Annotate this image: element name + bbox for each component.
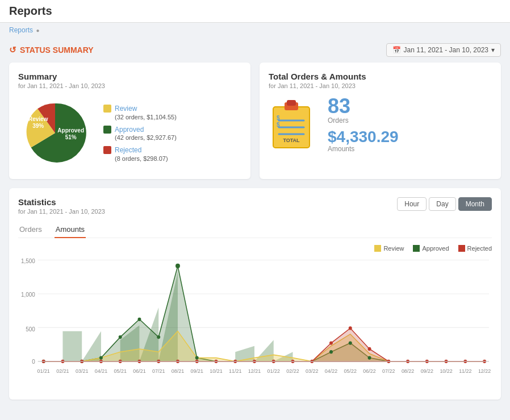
svg-text:1,500: 1,500: [21, 257, 35, 264]
svg-text:500: 500: [26, 326, 35, 332]
pie-legend: Review (32 orders, $1,104.55) Approved (…: [103, 104, 177, 162]
refresh-icon: ↺: [9, 45, 16, 55]
svg-text:$: $: [277, 122, 280, 128]
calendar-icon: 📅: [392, 46, 401, 54]
approved-dot: [368, 356, 371, 359]
total-card-subtitle: for Jan 11, 2021 - Jan 10, 2023: [269, 82, 492, 89]
tab-amounts[interactable]: Amounts: [55, 222, 86, 238]
chart-tabs: Orders Amounts: [18, 222, 492, 238]
legend-item-rejected: Rejected (8 orders, $298.07): [103, 145, 177, 162]
total-card-title: Total Orders & Amounts: [269, 72, 492, 81]
svg-text:03/22: 03/22: [306, 368, 318, 373]
summary-card: Summary for Jan 11, 2021 - Jan 10, 2023: [9, 63, 250, 179]
total-numbers: 83 Orders $4,330.29 Amounts: [328, 96, 399, 153]
day-button[interactable]: Day: [429, 197, 455, 211]
stats-title-group: Statistics for Jan 11, 2021 - Jan 10, 20…: [18, 197, 105, 215]
tab-orders[interactable]: Orders: [18, 222, 43, 238]
svg-text:05/21: 05/21: [114, 368, 127, 373]
date-range-button[interactable]: 📅 Jan 11, 2021 - Jan 10, 2023 ▾: [386, 43, 501, 57]
main-content: ↺ STATUS SUMMARY 📅 Jan 11, 2021 - Jan 10…: [0, 38, 510, 405]
cards-row: Summary for Jan 11, 2021 - Jan 10, 2023: [9, 63, 501, 179]
stats-subtitle: for Jan 11, 2021 - Jan 10, 2023: [18, 208, 105, 215]
chart-legend-approved: Approved: [413, 245, 449, 252]
svg-text:0: 0: [32, 359, 35, 365]
page-title: Reports: [9, 5, 52, 18]
svg-text:04/21: 04/21: [95, 368, 107, 373]
svg-text:07/22: 07/22: [382, 368, 395, 373]
svg-text:07/21: 07/21: [152, 368, 165, 373]
chart-rejected-swatch: [458, 245, 465, 252]
svg-text:12/22: 12/22: [478, 368, 491, 373]
pie-chart: Review 39% Approved 51%: [18, 96, 92, 170]
svg-text:08/22: 08/22: [402, 368, 414, 373]
svg-text:$: $: [277, 115, 280, 121]
rejected-swatch: [103, 146, 111, 154]
approved-swatch: [103, 126, 111, 134]
legend-review-label: Review: [115, 104, 177, 114]
statistics-card: Statistics for Jan 11, 2021 - Jan 10, 20…: [9, 188, 501, 400]
svg-text:08/21: 08/21: [172, 368, 184, 373]
svg-text:09/21: 09/21: [191, 368, 203, 373]
rejected-dot: [349, 326, 352, 330]
approved-peak-dot: [175, 264, 180, 268]
approved-dot: [329, 350, 333, 354]
legend-review-sub: (32 orders, $1,104.55): [115, 114, 177, 120]
approved-dot: [157, 335, 160, 339]
rejected-dot: [329, 341, 333, 344]
section-title: ↺ STATUS SUMMARY: [9, 45, 94, 55]
chart-review-swatch: [374, 245, 381, 252]
hour-button[interactable]: Hour: [397, 197, 427, 211]
approved-dot: [137, 318, 141, 321]
amount-label: Amounts: [328, 145, 399, 153]
month-button[interactable]: Month: [458, 197, 492, 211]
chart-legend-review: Review: [374, 245, 404, 252]
legend-item-review: Review (32 orders, $1,104.55): [103, 104, 177, 120]
chart-legend-approved-label: Approved: [422, 245, 449, 252]
approved-area: [44, 266, 484, 361]
chart-approved-swatch: [413, 245, 420, 252]
svg-text:04/22: 04/22: [325, 368, 337, 373]
svg-text:TOTAL: TOTAL: [283, 138, 300, 143]
svg-text:01/21: 01/21: [37, 368, 50, 373]
svg-text:06/22: 06/22: [363, 368, 375, 373]
summary-card-title: Summary: [18, 72, 241, 81]
svg-text:1,000: 1,000: [21, 292, 35, 298]
breadcrumb-link[interactable]: Reports: [9, 26, 33, 34]
svg-rect-2: [287, 100, 296, 106]
amount-val: $4,330.29: [328, 129, 399, 145]
time-buttons: Hour Day Month: [397, 197, 492, 211]
total-card: Total Orders & Amounts for Jan 11, 2021 …: [260, 63, 501, 179]
legend-rejected-label: Rejected: [115, 145, 168, 155]
svg-text:05/22: 05/22: [344, 368, 357, 373]
chart-legend-rejected-label: Rejected: [467, 245, 492, 252]
clipboard-icon: $ $ TOTAL: [269, 99, 314, 150]
svg-text:02/22: 02/22: [286, 368, 299, 373]
rejected-dot: [368, 347, 371, 351]
svg-text:09/22: 09/22: [421, 368, 433, 373]
total-inner: $ $ TOTAL 83 Orders $4,330.29 Amounts: [269, 96, 492, 153]
summary-card-subtitle: for Jan 11, 2021 - Jan 10, 2023: [18, 82, 241, 89]
svg-text:11/22: 11/22: [459, 368, 471, 373]
review-swatch: [103, 105, 111, 113]
page-header: Reports: [0, 0, 510, 23]
svg-text:06/21: 06/21: [133, 368, 145, 373]
svg-text:01/22: 01/22: [267, 368, 280, 373]
chart-legend: Review Approved Rejected: [18, 245, 492, 252]
approved-dot: [349, 341, 352, 344]
date-range-label: Jan 11, 2021 - Jan 10, 2023: [404, 46, 488, 54]
svg-text:02/21: 02/21: [56, 368, 69, 373]
orders-count: 83: [328, 96, 399, 117]
svg-text:03/21: 03/21: [76, 368, 88, 373]
pie-approved-label: Approved 51%: [57, 127, 84, 141]
breadcrumb-dot: ●: [36, 27, 39, 34]
chart-area: 1,500 1,000 500 0: [18, 254, 492, 390]
svg-text:12/21: 12/21: [248, 368, 261, 373]
summary-inner: Review 39% Approved 51% Review (32 ord: [18, 96, 241, 170]
svg-text:11/21: 11/21: [229, 368, 241, 373]
stats-header: Statistics for Jan 11, 2021 - Jan 10, 20…: [18, 197, 492, 215]
svg-text:10/22: 10/22: [440, 368, 452, 373]
approved-dot: [195, 356, 199, 359]
section-header: ↺ STATUS SUMMARY 📅 Jan 11, 2021 - Jan 10…: [9, 43, 501, 57]
status-title: STATUS SUMMARY: [20, 45, 94, 55]
legend-approved-sub: (42 orders, $2,927.67): [115, 134, 177, 141]
